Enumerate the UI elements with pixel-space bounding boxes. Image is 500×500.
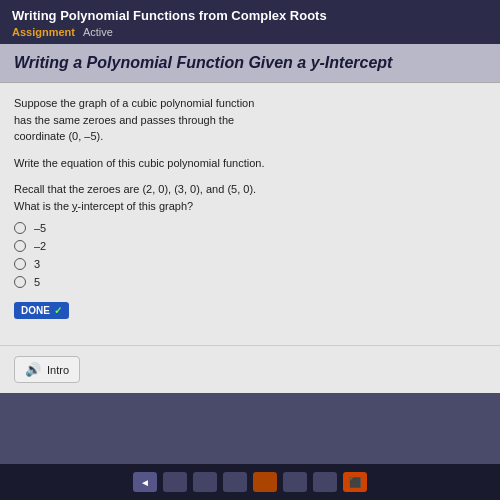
top-bar: Writing Polynomial Functions from Comple… bbox=[0, 0, 500, 44]
option-4[interactable]: 5 bbox=[14, 276, 486, 288]
option-2[interactable]: –2 bbox=[14, 240, 486, 252]
intro-button-label: Intro bbox=[47, 364, 69, 376]
option-1[interactable]: –5 bbox=[14, 222, 486, 234]
speaker-icon: 🔊 bbox=[25, 362, 41, 377]
option-1-label: –5 bbox=[34, 222, 46, 234]
card-body: Suppose the graph of a cubic polynomial … bbox=[0, 83, 500, 345]
taskbar-box-3[interactable] bbox=[223, 472, 247, 492]
taskbar-box-6[interactable] bbox=[313, 472, 337, 492]
radio-2[interactable] bbox=[14, 240, 26, 252]
option-3[interactable]: 3 bbox=[14, 258, 486, 270]
write-question: Write the equation of this cubic polynom… bbox=[14, 155, 486, 172]
taskbar-box-1[interactable] bbox=[163, 472, 187, 492]
taskbar-exit-button[interactable]: ⬛ bbox=[343, 472, 367, 492]
option-2-label: –2 bbox=[34, 240, 46, 252]
card-header-title: Writing a Polynomial Function Given a y-… bbox=[14, 54, 486, 72]
intro-section: 🔊 Intro bbox=[0, 345, 500, 393]
status-badge: Active bbox=[83, 26, 113, 38]
taskbar-box-5[interactable] bbox=[283, 472, 307, 492]
top-bar-sub: Assignment Active bbox=[12, 26, 488, 38]
intro-button[interactable]: 🔊 Intro bbox=[14, 356, 80, 383]
recall-text: Recall that the zeroes are (2, 0), (3, 0… bbox=[14, 181, 486, 214]
taskbar-box-active[interactable] bbox=[253, 472, 277, 492]
done-button[interactable]: DONE ✓ bbox=[14, 302, 69, 319]
answer-options: –5 –2 3 5 bbox=[14, 222, 486, 288]
problem-statement: Suppose the graph of a cubic polynomial … bbox=[14, 95, 486, 145]
page-title: Writing Polynomial Functions from Comple… bbox=[12, 8, 488, 23]
assignment-label: Assignment bbox=[12, 26, 75, 38]
taskbar: ◄ ⬛ bbox=[0, 464, 500, 500]
radio-1[interactable] bbox=[14, 222, 26, 234]
card-header: Writing a Polynomial Function Given a y-… bbox=[0, 44, 500, 83]
done-label: DONE bbox=[21, 305, 50, 316]
option-3-label: 3 bbox=[34, 258, 40, 270]
taskbar-arrow-left[interactable]: ◄ bbox=[133, 472, 157, 492]
taskbar-box-2[interactable] bbox=[193, 472, 217, 492]
content-area: Writing a Polynomial Function Given a y-… bbox=[0, 44, 500, 393]
option-4-label: 5 bbox=[34, 276, 40, 288]
radio-4[interactable] bbox=[14, 276, 26, 288]
checkmark-icon: ✓ bbox=[54, 305, 62, 316]
radio-3[interactable] bbox=[14, 258, 26, 270]
